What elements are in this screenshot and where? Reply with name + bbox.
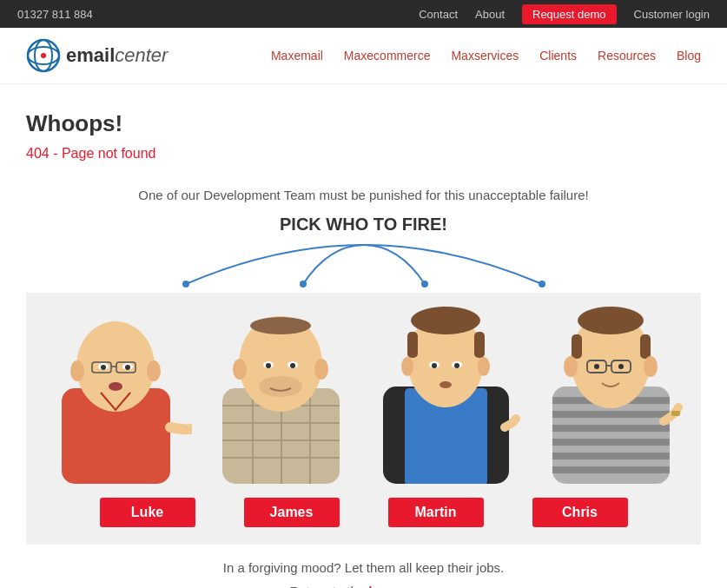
arrows-svg — [34, 236, 694, 293]
person-luke — [34, 293, 199, 484]
svg-point-33 — [314, 359, 328, 380]
nav-maxecommerce[interactable]: Maxecommerce — [344, 49, 431, 63]
about-link[interactable]: About — [475, 8, 505, 21]
svg-point-66 — [564, 356, 578, 377]
svg-point-67 — [644, 356, 658, 377]
svg-point-63 — [578, 307, 644, 334]
svg-point-32 — [233, 359, 247, 380]
customer-login-link[interactable]: Customer login — [634, 8, 710, 21]
logo[interactable]: emailcenter — [26, 38, 168, 73]
svg-rect-44 — [407, 332, 418, 358]
svg-point-51 — [454, 363, 459, 368]
nav-maxservices[interactable]: Maxservices — [451, 49, 519, 63]
fire-luke-button[interactable]: Luke — [100, 498, 195, 527]
svg-point-5 — [300, 281, 307, 287]
center-section: One of our Development Team must be puni… — [26, 188, 701, 588]
svg-point-31 — [250, 317, 311, 334]
contact-link[interactable]: Contact — [419, 8, 458, 21]
svg-point-6 — [421, 281, 428, 287]
svg-rect-73 — [671, 411, 680, 416]
luke-svg — [40, 293, 192, 484]
main-nav: Maxemail Maxecommerce Maxservices Client… — [271, 49, 701, 63]
pick-text: PICK WHO TO FIRE! — [26, 215, 701, 235]
person-chris — [529, 293, 694, 484]
svg-point-3 — [41, 53, 46, 58]
logo-text: emailcenter — [66, 44, 168, 67]
nav-blog[interactable]: Blog — [677, 49, 701, 63]
svg-point-12 — [147, 360, 161, 381]
arrows-container — [26, 236, 701, 293]
header: emailcenter Maxemail Maxecommerce Maxser… — [0, 28, 727, 84]
svg-point-7 — [539, 281, 545, 287]
svg-point-46 — [401, 357, 413, 376]
chris-visual — [535, 293, 687, 484]
svg-point-20 — [109, 382, 122, 391]
buttons-row: Luke James Martin Chris — [26, 484, 701, 545]
svg-rect-45 — [474, 332, 485, 358]
main-content: Whoops! 404 - Page not found One of our … — [0, 84, 727, 588]
phone-number: 01327 811 884 — [17, 8, 93, 21]
error-message: 404 - Page not found — [26, 146, 701, 162]
person-martin — [364, 293, 529, 484]
svg-point-36 — [266, 363, 271, 368]
top-bar: 01327 811 884 Contact About Request demo… — [0, 0, 727, 28]
svg-point-37 — [290, 363, 295, 368]
svg-point-47 — [478, 357, 490, 376]
forgiving-section: In a forgiving mood? Let them all keep t… — [26, 545, 701, 588]
logo-icon — [26, 38, 61, 73]
svg-point-71 — [594, 364, 599, 369]
svg-point-15 — [101, 365, 106, 370]
request-demo-button[interactable]: Request demo — [522, 4, 617, 24]
svg-rect-64 — [572, 334, 582, 359]
error-code: 404 — [26, 146, 50, 161]
svg-point-4 — [182, 281, 189, 287]
forgiving-text: In a forgiving mood? Let them all keep t… — [26, 560, 701, 575]
person-james — [199, 293, 364, 484]
svg-point-16 — [125, 365, 130, 370]
chris-svg — [535, 293, 687, 484]
james-visual — [205, 293, 357, 484]
people-container — [26, 293, 701, 484]
whoops-heading: Whoops! — [26, 110, 701, 137]
martin-visual — [370, 293, 522, 484]
fire-martin-button[interactable]: Martin — [388, 498, 484, 527]
svg-rect-65 — [640, 334, 651, 359]
martin-svg — [370, 293, 522, 484]
homepage-link[interactable]: homepage — [368, 584, 433, 588]
svg-rect-58 — [552, 439, 670, 446]
svg-rect-60 — [552, 466, 670, 473]
punish-text: One of our Development Team must be puni… — [26, 188, 701, 202]
nav-maxemail[interactable]: Maxemail — [271, 49, 323, 63]
svg-point-50 — [432, 363, 437, 368]
svg-point-72 — [618, 364, 624, 369]
svg-point-38 — [259, 376, 302, 397]
nav-clients[interactable]: Clients — [539, 49, 577, 63]
svg-point-43 — [411, 307, 480, 334]
james-svg — [205, 293, 357, 484]
fire-james-button[interactable]: James — [244, 498, 340, 527]
luke-visual — [40, 293, 192, 484]
svg-point-53 — [440, 381, 452, 388]
homepage-text: Return to the homepage. — [26, 584, 701, 588]
svg-rect-57 — [552, 425, 670, 432]
nav-resources[interactable]: Resources — [598, 49, 656, 63]
svg-rect-59 — [552, 453, 670, 459]
fire-chris-button[interactable]: Chris — [532, 498, 628, 527]
svg-rect-56 — [552, 411, 670, 418]
svg-point-11 — [70, 360, 84, 381]
